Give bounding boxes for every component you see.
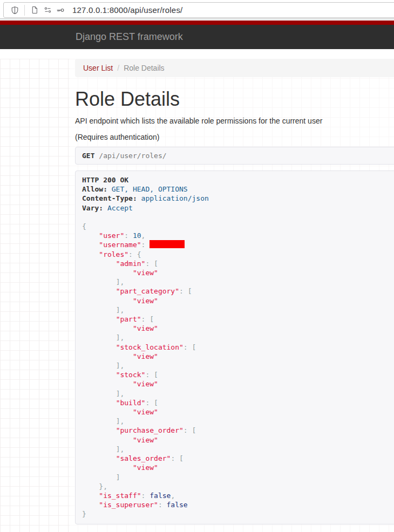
page-background: User List / Role Details Role Details AP… — [0, 59, 394, 532]
breadcrumb-separator: / — [117, 64, 119, 72]
redaction-box — [150, 240, 185, 248]
page-icon[interactable] — [28, 4, 41, 17]
key-icon[interactable] — [54, 4, 67, 17]
request-path: /api/user/roles/ — [99, 152, 166, 160]
site-navbar: Django REST framework — [0, 25, 394, 49]
response-body: HTTP 200 OK Allow: GET, HEAD, OPTIONS Co… — [82, 175, 394, 519]
accent-stripe — [0, 21, 394, 25]
url-input[interactable]: 127.0.0.1:8000/api/user/roles/ — [3, 2, 394, 18]
browser-toolbar: 127.0.0.1:8000/api/user/roles/ — [0, 0, 394, 19]
auth-note: (Requires authentication) — [75, 132, 394, 142]
breadcrumb-link-user-list[interactable]: User List — [83, 64, 113, 72]
page-title: Role Details — [75, 88, 394, 110]
request-method: GET — [82, 152, 94, 160]
toolbar-divider — [24, 5, 25, 16]
endpoint-description: API endpoint which lists the available r… — [75, 115, 394, 126]
shield-icon[interactable] — [8, 4, 21, 17]
breadcrumb: User List / Role Details — [75, 59, 394, 77]
url-text[interactable]: 127.0.0.1:8000/api/user/roles/ — [72, 5, 182, 15]
request-info: GET /api/user/roles/ — [75, 147, 394, 165]
permissions-icon[interactable] — [41, 4, 54, 17]
response-info: HTTP 200 OK Allow: GET, HEAD, OPTIONS Co… — [75, 170, 394, 524]
breadcrumb-current: Role Details — [124, 64, 164, 72]
content-container: User List / Role Details Role Details AP… — [70, 59, 394, 532]
navbar-brand[interactable]: Django REST framework — [76, 31, 183, 43]
